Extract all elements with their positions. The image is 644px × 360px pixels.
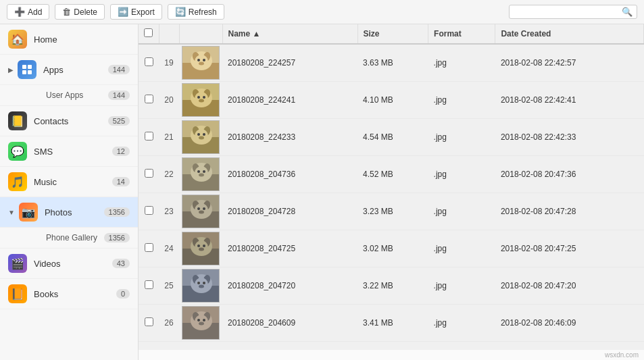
row-num: 20 — [159, 82, 179, 119]
row-checkbox-cell — [139, 156, 159, 193]
row-checkbox-2[interactable] — [145, 132, 153, 140]
sidebar-item-label-user-apps: User Apps — [20, 91, 108, 100]
sidebar-item-sms[interactable]: 💬SMS12 — [0, 136, 138, 167]
videos-icon: 🎬 — [8, 254, 27, 273]
sidebar-item-videos[interactable]: 🎬Videos43 — [0, 249, 138, 279]
row-num: 22 — [159, 156, 179, 193]
col-date[interactable]: Date Created — [495, 24, 644, 44]
refresh-button[interactable]: 🔄 Refresh — [168, 4, 224, 20]
row-format: .jpg — [428, 44, 495, 82]
row-num: 19 — [159, 44, 179, 82]
export-button[interactable]: ➡️ Export — [110, 4, 162, 20]
watermark: wsxdn.com — [139, 350, 644, 360]
col-check — [139, 24, 159, 44]
sidebar-item-phone-gallery[interactable]: Phone Gallery1356 — [0, 228, 138, 249]
search-input[interactable] — [514, 7, 622, 17]
row-size: 4.52 MB — [357, 156, 428, 193]
table-header-row: Name ▲ Size Format Date Created — [139, 24, 644, 44]
table-row: 24 20180208_204725 3.02 MB .jpg 2018-02-… — [139, 230, 644, 267]
table-row: 26 20180208_204609 3.41 MB .jpg 2018-02-… — [139, 305, 644, 342]
row-checkbox-cell — [139, 267, 159, 305]
row-date: 2018-02-08 20:47:28 — [495, 193, 644, 230]
svg-point-55 — [197, 245, 200, 247]
row-checkbox-cell — [139, 119, 159, 156]
thumbnail-0 — [182, 46, 220, 80]
expand-arrow-icon: ▼ — [8, 209, 15, 216]
sidebar: 🏠Home▶Apps144User Apps144📒Contacts525💬SM… — [0, 24, 139, 360]
svg-point-10 — [197, 59, 200, 61]
home-icon: 🏠 — [8, 30, 27, 49]
row-size: 4.54 MB — [357, 119, 428, 156]
svg-rect-0 — [22, 65, 26, 69]
file-table: Name ▲ Size Format Date Created 19 — [139, 24, 644, 350]
toolbar: ➕ Add 🗑 Delete ➡️ Export 🔄 Refresh 🔍 — [0, 0, 644, 24]
table-row: 25 20180208_204720 3.22 MB .jpg 2018-02-… — [139, 267, 644, 305]
sidebar-badge-music: 14 — [112, 177, 130, 186]
row-num: 21 — [159, 119, 179, 156]
row-date: 2018-02-08 20:47:36 — [495, 156, 644, 193]
row-date: 2018-02-08 20:47:20 — [495, 267, 644, 305]
add-button[interactable]: ➕ Add — [7, 4, 49, 20]
row-format: .jpg — [428, 156, 495, 193]
sidebar-item-label-apps: Apps — [43, 65, 108, 75]
col-size[interactable]: Size — [357, 24, 428, 44]
sidebar-item-books[interactable]: 📙Books0 — [0, 279, 138, 309]
sidebar-item-user-apps[interactable]: User Apps144 — [0, 85, 138, 106]
sidebar-item-contacts[interactable]: 📒Contacts525 — [0, 106, 138, 136]
sidebar-item-home[interactable]: 🏠Home — [0, 24, 138, 55]
sidebar-badge-sms: 12 — [112, 147, 130, 156]
sidebar-item-apps[interactable]: ▶Apps144 — [0, 55, 138, 85]
row-thumb — [179, 193, 222, 230]
row-checkbox-6[interactable] — [145, 280, 153, 289]
svg-point-28 — [197, 133, 200, 136]
row-checkbox-cell — [139, 305, 159, 342]
row-checkbox-1[interactable] — [145, 95, 153, 103]
sidebar-item-photos[interactable]: ▼📷Photos1356 — [0, 197, 138, 228]
row-num: 24 — [159, 230, 179, 267]
row-checkbox-0[interactable] — [145, 57, 153, 66]
row-date: 2018-02-08 20:47:25 — [495, 230, 644, 267]
col-name[interactable]: Name ▲ — [222, 24, 357, 44]
table-row: 22 20180208_204736 4.52 MB .jpg 2018-02-… — [139, 156, 644, 193]
svg-point-57 — [199, 248, 204, 251]
sidebar-item-label-home: Home — [34, 34, 130, 45]
row-checkbox-4[interactable] — [145, 206, 153, 215]
svg-point-72 — [195, 315, 208, 328]
row-format: .jpg — [428, 230, 495, 267]
table-row: 20 20180208_224241 4.10 MB .jpg 2018-02-… — [139, 82, 644, 119]
svg-rect-1 — [28, 65, 32, 69]
export-icon: ➡️ — [118, 7, 128, 17]
sidebar-badge-apps: 144 — [108, 65, 130, 74]
svg-point-11 — [203, 59, 205, 61]
row-size: 3.02 MB — [357, 230, 428, 267]
thumbnail-5 — [182, 232, 220, 265]
svg-point-47 — [203, 207, 205, 210]
svg-point-36 — [195, 166, 208, 180]
row-date: 2018-02-08 20:46:09 — [495, 305, 644, 342]
col-format[interactable]: Format — [428, 24, 495, 44]
sidebar-item-label-photos: Photos — [45, 207, 104, 217]
row-format: .jpg — [428, 119, 495, 156]
search-icon: 🔍 — [622, 7, 633, 17]
row-thumb — [179, 119, 222, 156]
row-thumb — [179, 44, 222, 82]
row-thumb — [179, 230, 222, 267]
svg-point-12 — [199, 62, 204, 66]
delete-button[interactable]: 🗑 Delete — [55, 4, 105, 20]
row-checkbox-3[interactable] — [145, 169, 153, 178]
row-checkbox-cell — [139, 82, 159, 119]
row-size: 3.23 MB — [357, 193, 428, 230]
row-checkbox-cell — [139, 230, 159, 267]
row-num: 25 — [159, 267, 179, 305]
apps-icon — [18, 60, 36, 79]
table-row: 19 20180208_224257 3.63 MB .jpg 2018-02-… — [139, 44, 644, 82]
table-row: 23 20180208_204728 3.23 MB .jpg 2018-02-… — [139, 193, 644, 230]
sidebar-item-music[interactable]: 🎵Music14 — [0, 167, 138, 197]
select-all-checkbox[interactable] — [144, 28, 153, 37]
music-icon: 🎵 — [8, 172, 27, 191]
add-icon: ➕ — [14, 7, 25, 17]
row-checkbox-5[interactable] — [145, 243, 153, 252]
sidebar-item-label-books: Books — [34, 289, 116, 299]
row-checkbox-7[interactable] — [145, 317, 153, 326]
svg-point-46 — [197, 207, 200, 210]
